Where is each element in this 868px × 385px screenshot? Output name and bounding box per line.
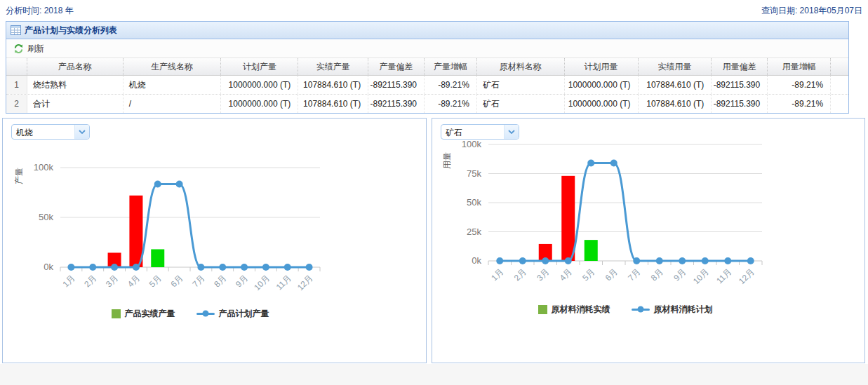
column-header-5[interactable]: 产量偏差 [368,58,425,75]
table-header-row: 产品名称生产线名称计划产量实绩产量产量偏差产量增幅原材料名称计划用量实绩用量用量… [6,58,848,76]
x-tick-label: 2月 [82,273,98,289]
line-marker [724,257,731,264]
table-cell: -89.21% [768,76,831,94]
table-cell: 1000000.000 (T) [565,95,639,113]
line-marker [610,160,617,167]
x-tick-label: 8月 [212,273,228,289]
column-header-1[interactable]: 产品名称 [27,58,123,75]
column-header-10[interactable]: 用量偏差 [712,58,768,75]
table-cell: 矿石 [477,95,565,113]
line-marker [656,257,663,264]
x-tick-label: 9月 [234,273,250,289]
line-marker [519,257,526,264]
table-cell: 107884.610 (T) [639,76,712,94]
table-cell: 1000000.000 (T) [565,76,639,94]
table-cell: -89.21% [425,76,477,94]
x-tick-label: 1月 [489,266,505,283]
y-tick-label: 50k [467,197,481,208]
x-tick-label: 3月 [535,266,551,283]
refresh-icon [13,43,24,54]
x-tick-label: 4月 [558,266,574,283]
analysis-time: 分析时间: 2018 年 [6,5,74,17]
x-tick-label: 11月 [714,266,733,285]
line-marker [284,264,291,271]
column-header-2[interactable]: 生产线名称 [123,58,222,75]
production-chart-legend: 产品实绩产量产品计划产量 [60,308,320,319]
legend-swatch-icon [538,305,547,314]
table-cell: -89.21% [425,95,477,113]
header-spacer [831,58,848,75]
x-tick-label: 1月 [60,273,76,289]
column-header-7[interactable]: 原材料名称 [477,58,565,75]
table-icon [11,25,21,35]
toolbar: 刷新 [6,39,848,58]
column-header-8[interactable]: 计划用量 [565,58,639,75]
line-marker [89,264,96,271]
column-header-9[interactable]: 实绩用量 [639,58,712,75]
y-tick-label: 50k [39,212,53,222]
table-row[interactable]: 2合计/1000000.000 (T)107884.610 (T)-892115… [6,95,848,113]
x-tick-label: 10月 [252,273,272,292]
column-header-3[interactable]: 计划产量 [221,58,298,75]
line-marker [219,264,226,271]
analysis-list-panel: 产品计划与实绩分析列表 刷新 产品名称生产线名称计划产量实绩产量产量偏差产量增幅… [6,21,849,114]
legend-dot-icon [202,311,208,317]
y-tick-label: 0k [44,262,53,272]
bar [561,176,575,261]
table-cell: 矿石 [477,76,565,94]
legend-item[interactable]: 原材料消耗实绩 [538,304,610,316]
y-axis-label: 用量 [442,152,452,169]
row-number-header [6,58,27,75]
table-cell: 机烧 [123,76,222,94]
x-tick-label: 7月 [190,273,206,289]
row-spacer-cell [831,95,848,113]
y-tick-label: 75k [467,168,481,179]
production-chart: 0k50k100k产量1月2月3月4月5月6月7月8月9月10月11月12月 [8,140,422,304]
x-tick-label: 2月 [512,266,528,283]
material-chart: 0k25k50k75k100k用量1月2月3月4月5月6月7月8月9月10月11… [438,133,859,297]
plan-line [71,184,309,267]
plan-line [500,163,751,261]
table-cell: 烧结熟料 [27,76,123,94]
table-row[interactable]: 1烧结熟料机烧1000000.000 (T)107884.610 (T)-892… [6,76,848,95]
refresh-button[interactable]: 刷新 [10,41,48,56]
x-tick-label: 10月 [691,266,711,286]
line-marker [587,160,594,167]
line-marker [542,257,549,264]
table-cell: 107884.610 (T) [298,95,368,113]
table-cell: -892115.390 [712,95,768,113]
table-cell: / [123,95,222,113]
legend-dot-icon [637,306,643,313]
chevron-down-icon[interactable] [74,125,89,139]
legend-line-icon [632,309,650,311]
query-date-label: 查询日期: [761,6,797,15]
x-tick-label: 12月 [737,266,756,286]
legend-label: 产品计划产量 [219,308,269,320]
table-cell: -892115.390 [368,95,425,113]
line-marker [67,264,74,271]
legend-item[interactable]: 产品计划产量 [196,308,269,320]
panel-header: 产品计划与实绩分析列表 [6,22,848,39]
line-marker [747,257,754,264]
legend-label: 产品实绩产量 [125,308,175,320]
production-line-select[interactable]: 机烧 [11,124,90,140]
column-header-4[interactable]: 实绩产量 [298,58,368,75]
column-header-11[interactable]: 用量增幅 [768,58,831,75]
legend-item[interactable]: 产品实绩产量 [112,308,175,320]
row-spacer-cell [831,76,848,94]
x-tick-label: 7月 [626,266,642,283]
table-cell: 1000000.000 (T) [221,76,298,94]
refresh-label: 刷新 [27,43,44,55]
row-number-cell: 1 [6,76,27,94]
legend-item[interactable]: 原材料消耗计划 [632,304,713,316]
legend-line-icon [196,313,215,315]
row-number-cell: 2 [6,95,27,113]
x-tick-label: 5月 [147,273,163,289]
table-cell: 1000000.000 (T) [221,95,298,113]
analysis-time-label: 分析时间: [6,6,41,15]
x-tick-label: 8月 [649,266,665,283]
material-chart-panel: 矿石 0k25k50k75k100k用量1月2月3月4月5月6月7月8月9月10… [432,118,865,363]
column-header-6[interactable]: 产量增幅 [425,58,477,75]
x-tick-label: 5月 [580,266,596,283]
y-tick-label: 100k [462,139,482,149]
